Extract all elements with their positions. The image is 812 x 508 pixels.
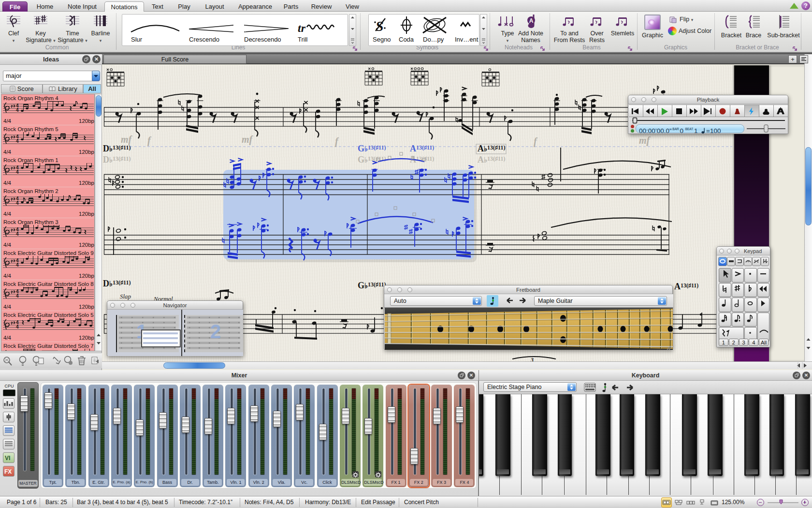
svg-text:mf: mf [242,134,254,145]
svg-text:f: f [335,136,339,147]
svg-text:4: 4 [16,200,19,206]
svg-text:D♭13(♯11): D♭13(♯11) [103,155,130,164]
svg-text:f: f [147,135,152,146]
svg-text:4: 4 [16,324,19,329]
svg-text:G♭13(♯11): G♭13(♯11) [358,155,386,164]
svg-text:4: 4 [16,169,19,175]
svg-text:4: 4 [16,107,19,113]
svg-text:Inv…ent: Inv…ent [455,36,478,43]
svg-text:4: 4 [16,262,19,268]
svg-text:Segno: Segno [373,36,391,43]
svg-text:Do…py: Do…py [423,36,444,43]
svg-text:mf: mf [121,134,133,145]
svg-text:A13(♯11): A13(♯11) [410,144,434,153]
svg-text:Crescendo: Crescendo [189,36,219,43]
svg-text:D♭13(♯11): D♭13(♯11) [103,279,130,288]
svg-text:Slap: Slap [120,293,131,300]
svg-text:A: A [529,17,534,24]
svg-text:Coda: Coda [399,36,414,43]
svg-text:D♭13(♯11): D♭13(♯11) [103,144,130,153]
svg-text:mf: mf [639,135,651,146]
svg-text:4: 4 [16,293,19,299]
svg-text:G♭13(♯11): G♭13(♯11) [358,281,386,290]
svg-text:4: 4 [16,351,19,351]
svg-text:Decrescendo: Decrescendo [244,36,281,43]
svg-text:FX: FX [4,468,12,475]
svg-text:G♭13(♯11): G♭13(♯11) [358,144,386,153]
svg-text:A♭13(♯11): A♭13(♯11) [478,155,505,164]
svg-text:f: f [534,136,538,147]
svg-text:4: 4 [16,138,19,144]
svg-text:3: 3 [530,357,534,361]
svg-text:tr: tr [298,22,306,34]
svg-text:Slur: Slur [131,36,143,43]
svg-text:A♭13(♯11): A♭13(♯11) [478,144,505,153]
svg-text:4: 4 [16,231,19,237]
svg-text:A13(♯11): A13(♯11) [674,282,698,291]
svg-text:Trill: Trill [298,36,308,43]
svg-text:VI: VI [5,455,10,462]
